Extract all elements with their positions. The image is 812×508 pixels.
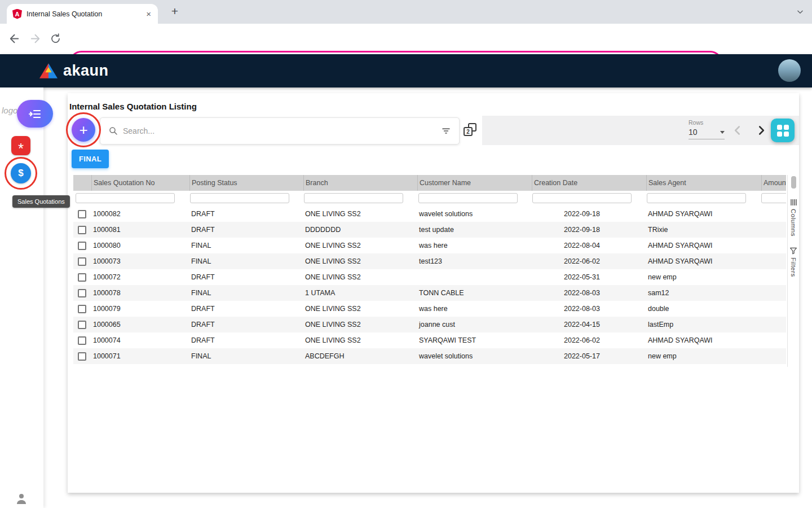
table-row[interactable]: 1000082 DRAFT ONE LIVING SS2 wavelet sol… [73,206,786,222]
header-amount[interactable]: Amount [761,175,786,191]
header-posting-status[interactable]: Posting Status [189,175,303,191]
cell-branch: 1 UTAMA [303,289,417,297]
scrollbar-thumb[interactable] [791,176,796,189]
filter-input-quotation-no[interactable] [76,193,175,203]
user-avatar[interactable] [778,59,801,82]
create-button[interactable]: + [72,118,95,142]
row-checkbox[interactable] [78,305,86,313]
browser-tab-strip: A Internal Sales Quotation × + [0,0,812,24]
row-checkbox-cell [73,321,91,329]
table-row[interactable]: 1000074 DRAFT ONE LIVING SS2 SYARQAWI TE… [73,332,786,348]
account-icon[interactable] [15,492,28,507]
filter-input-sales-agent[interactable] [647,193,746,203]
table-row[interactable]: 1000078 FINAL 1 UTAMA TONN CABLE 2022-08… [73,285,786,301]
duplicate-view-icon[interactable]: 2 [464,123,476,136]
filter-input-creation-date[interactable] [532,193,632,203]
cell-sales-agent: new emp [646,273,761,281]
cell-creation-date: 2022-06-02 [532,336,646,344]
tab-list-chevron-icon[interactable] [796,8,804,16]
cell-branch: DDDDDDD [303,226,417,234]
rows-per-page-select[interactable]: Rows 10 [689,119,725,139]
table-row[interactable]: 1000072 DRAFT ONE LIVING SS2 2022-05-31 … [73,269,786,285]
row-checkbox[interactable] [78,242,86,250]
row-checkbox[interactable] [78,336,86,345]
cell-sales-agent: AHMAD SYARQAWI [646,242,761,249]
sales-quotations-tooltip: Sales Quotations [12,195,70,208]
header-creation-date[interactable]: Creation Date [532,175,646,191]
cell-quotation-no: 1000065 [91,321,189,329]
table-body: 1000082 DRAFT ONE LIVING SS2 wavelet sol… [73,206,786,364]
table-row[interactable]: 1000079 DRAFT ONE LIVING SS2 was here 20… [73,301,786,317]
cell-quotation-no: 1000081 [91,226,189,234]
table-side-panel: Columns Filters [787,175,799,367]
app-sidebar: logo * $ [0,87,43,508]
cell-creation-date: 2022-05-31 [532,273,646,281]
rows-label: Rows [689,119,725,126]
row-checkbox[interactable] [78,321,86,329]
table-row[interactable]: 1000071 FINAL ABCDEFGH wavelet solutions… [73,348,786,364]
new-tab-button[interactable]: + [167,3,183,19]
back-button[interactable] [8,32,21,45]
row-checkbox-cell [73,210,91,218]
search-icon [108,126,118,136]
row-checkbox[interactable] [78,273,86,282]
search-box [100,117,460,144]
header-sales-quotation-no[interactable]: Sales Quotation No [91,175,189,191]
grid-icon [777,125,782,130]
cell-creation-date: 2022-09-18 [532,226,646,234]
final-filter-button[interactable]: FINAL [72,150,109,168]
cell-customer-name: SYARQAWI TEST [417,336,532,344]
header-branch[interactable]: Branch [303,175,417,191]
cell-creation-date: 2022-08-03 [532,305,646,313]
cell-quotation-no: 1000071 [91,352,189,360]
table-filter-row [73,191,786,206]
prev-page-button[interactable] [730,123,745,138]
row-checkbox[interactable] [78,289,86,297]
cell-branch: ONE LIVING SS2 [303,273,417,281]
filter-input-amount[interactable] [761,193,786,203]
browser-tab[interactable]: A Internal Sales Quotation × [7,4,158,24]
sidebar-collapse-button[interactable] [17,100,53,128]
search-input[interactable] [123,126,436,135]
brand-name: akaun [63,62,109,80]
next-page-button[interactable] [754,123,769,138]
filters-tab[interactable]: Filters [789,247,797,277]
cell-customer-name: was here [417,305,532,313]
refresh-button[interactable] [50,33,61,45]
table-row[interactable]: 1000065 DRAFT ONE LIVING SS2 joanne cust… [73,317,786,332]
row-checkbox[interactable] [78,257,86,266]
grid-view-button[interactable] [771,119,795,142]
row-checkbox-cell [73,242,91,250]
header-sales-agent[interactable]: Sales Agent [646,175,761,191]
table-row[interactable]: 1000080 FINAL ONE LIVING SS2 was here 20… [73,238,786,253]
sidebar-applet-sales-quotation-icon[interactable]: $ [11,163,31,183]
filter-input-branch[interactable] [304,193,403,203]
forward-button[interactable] [29,32,42,45]
cell-posting-status: DRAFT [189,226,303,234]
cell-sales-agent: AHMAD SYARQAWI [646,210,761,218]
tab-close-icon[interactable]: × [145,9,152,19]
row-checkbox[interactable] [78,352,86,361]
cell-branch: ONE LIVING SS2 [303,321,417,329]
cell-posting-status: DRAFT [189,321,303,329]
filter-lines-icon[interactable] [441,126,451,136]
columns-tab[interactable]: Columns [790,199,797,237]
table-row[interactable]: 1000081 DRAFT DDDDDDD test update 2022-0… [73,222,786,238]
tab-title: Internal Sales Quotation [27,10,140,18]
table-row[interactable]: 1000073 FINAL ONE LIVING SS2 test123 202… [73,253,786,269]
sidebar-applet-red-icon[interactable]: * [11,136,30,155]
pagination-bar: Rows 10 [482,116,799,145]
cell-creation-date: 2022-08-03 [532,289,646,297]
cell-quotation-no: 1000073 [91,257,189,265]
cell-customer-name: test123 [417,257,532,265]
row-checkbox-cell [73,336,91,345]
cell-creation-date: 2022-06-02 [532,257,646,265]
cell-sales-agent: sam12 [646,289,761,297]
cell-customer-name: was here [417,242,532,249]
row-checkbox[interactable] [78,226,86,234]
filter-input-posting-status[interactable] [190,193,289,203]
filter-input-customer-name[interactable] [418,193,518,203]
cell-creation-date: 2022-04-15 [532,321,646,329]
row-checkbox[interactable] [78,210,86,218]
header-customer-name[interactable]: Customer Name [417,175,532,191]
